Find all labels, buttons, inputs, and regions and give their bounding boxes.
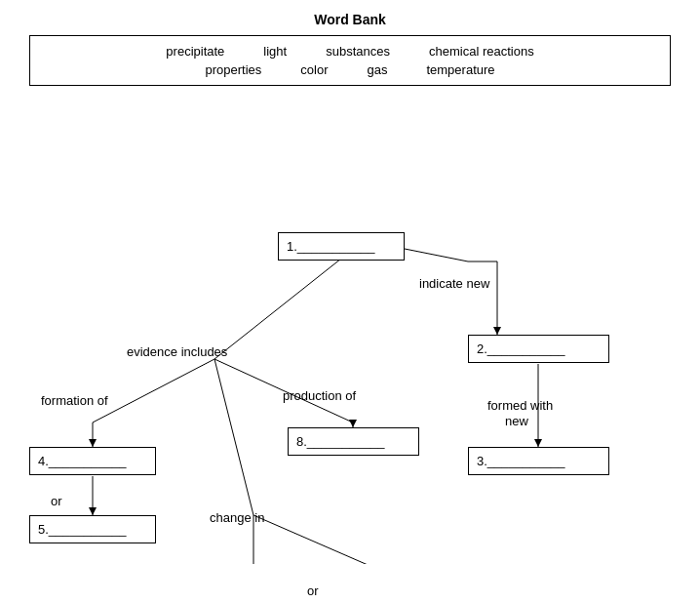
word-bank-box: precipitate light substances chemical re… [29, 35, 671, 86]
svg-line-4 [214, 259, 341, 359]
label-production-of: production of [283, 388, 356, 403]
box-5[interactable]: 5.___________ [29, 515, 156, 543]
box-8[interactable]: 8.___________ [288, 427, 419, 456]
svg-line-11 [253, 515, 478, 564]
word-chemical-reactions: chemical reactions [429, 44, 534, 59]
label-formed-with-new: formed with [487, 398, 553, 413]
label-indicate-new: indicate new [419, 276, 489, 291]
svg-marker-19 [534, 439, 542, 447]
word-substances: substances [326, 44, 390, 59]
svg-line-8 [214, 359, 253, 515]
box-3[interactable]: 3.___________ [468, 447, 609, 475]
diagram: 1.___________ 2.___________ 3.__________… [0, 96, 700, 564]
word-precipitate: precipitate [166, 44, 224, 59]
box-4[interactable]: 4.___________ [29, 447, 156, 475]
label-evidence-includes: evidence includes [127, 344, 227, 359]
label-or-2: or [307, 583, 319, 598]
svg-line-5 [93, 359, 214, 422]
word-temperature: temperature [426, 62, 494, 77]
diagram-svg [0, 96, 700, 564]
word-bank-title: Word Bank [29, 12, 671, 27]
word-color: color [300, 62, 328, 77]
svg-line-0 [405, 249, 468, 261]
label-formation-of: formation of [41, 393, 108, 408]
word-light: light [263, 44, 287, 59]
svg-marker-17 [89, 507, 97, 515]
box-1[interactable]: 1.___________ [278, 232, 405, 261]
label-or-1: or [51, 494, 62, 508]
label-change-in: change in [210, 510, 264, 525]
box-2[interactable]: 2.___________ [468, 335, 609, 363]
word-properties: properties [205, 62, 261, 77]
label-new: new [505, 414, 528, 428]
word-bank-row-2: properties color gas temperature [40, 62, 660, 77]
svg-marker-7 [89, 439, 97, 447]
svg-marker-3 [493, 327, 501, 335]
word-bank-row-1: precipitate light substances chemical re… [40, 44, 660, 59]
word-bank-section: Word Bank precipitate light substances c… [0, 0, 700, 86]
svg-marker-15 [349, 420, 357, 427]
word-gas: gas [367, 62, 387, 77]
